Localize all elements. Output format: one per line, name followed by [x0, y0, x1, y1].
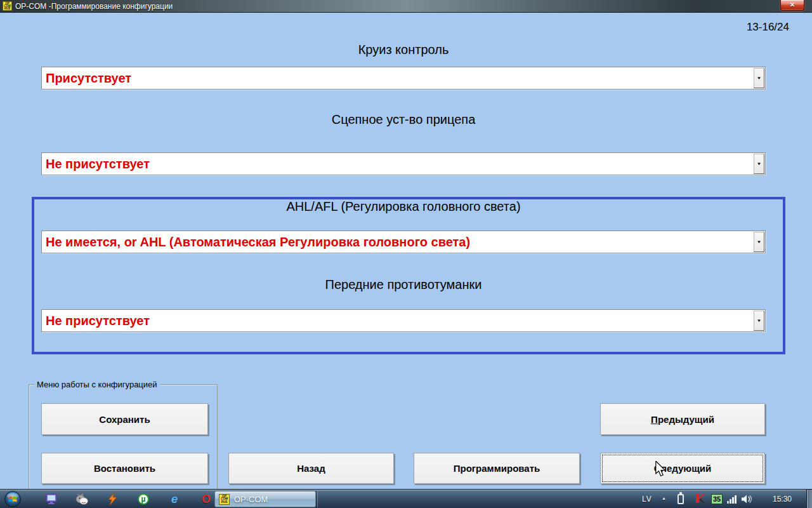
- combo-value: Не имеется, or AHL (Автоматическая Регул…: [46, 231, 470, 253]
- chevron-down-icon: ▼: [757, 76, 762, 81]
- combo-dropdown-button[interactable]: ▼: [754, 68, 764, 88]
- opcom-window: OP COM RUS OP-COM -Программирование конф…: [0, 0, 812, 508]
- opcom-app-icon: OP COM RUS: [3, 1, 12, 11]
- previous-hotkey: П: [651, 414, 658, 425]
- opcom-taskbar-label: OP-COM: [234, 495, 268, 504]
- show-desktop-button[interactable]: [806, 490, 812, 508]
- remote-desktop-icon[interactable]: [44, 493, 58, 505]
- tray-expand-icon[interactable]: ▲: [662, 496, 666, 500]
- taskbar: µ e O OP COM RUS OP-COM LV ▲ 35: [0, 489, 812, 508]
- combo-front-fog-lights[interactable]: Не присутствует ▼: [41, 309, 766, 332]
- combo-dropdown-button[interactable]: ▼: [754, 154, 764, 174]
- back-button[interactable]: Назад: [228, 453, 394, 484]
- field-label-front-fog-lights: Передние противотуманки: [41, 277, 766, 292]
- utorrent-icon[interactable]: µ: [136, 493, 150, 505]
- close-icon: ✕: [790, 2, 795, 8]
- field-label-cruise-control: Круиз контроль: [41, 43, 766, 57]
- combo-value: Присутствует: [46, 67, 131, 89]
- ie-glyph: e: [171, 492, 178, 506]
- taskbar-separator: [317, 491, 318, 507]
- title-bar: OP COM RUS OP-COM -Программирование конф…: [0, 0, 812, 13]
- combo-value: Не присутствует: [46, 310, 150, 331]
- clock[interactable]: 15:30: [773, 495, 792, 504]
- volume-icon[interactable]: [741, 494, 752, 504]
- chevron-down-icon: ▼: [757, 162, 762, 166]
- program-button[interactable]: Программировать: [414, 453, 580, 484]
- window-title: OP-COM -Программирование конфигурации: [15, 2, 173, 11]
- opcom-taskbar-button[interactable]: OP COM RUS OP-COM: [214, 491, 316, 507]
- opera-icon[interactable]: O: [199, 493, 213, 505]
- network-signal-icon[interactable]: [727, 495, 737, 504]
- internet-explorer-icon[interactable]: e: [167, 493, 181, 505]
- save-button[interactable]: Сохранить: [41, 403, 208, 435]
- groupbox-title: Меню работы с конфигурацией: [34, 380, 160, 389]
- chevron-down-icon: ▼: [757, 319, 762, 323]
- restore-button[interactable]: Востановить: [41, 453, 208, 484]
- app-icon-line: RUS: [219, 501, 229, 504]
- combo-cruise-control[interactable]: Присутствует ▼: [41, 67, 766, 90]
- opera-glyph: O: [202, 493, 211, 506]
- field-label-ahl-afl: AHL/AFL (Регулировка головного света): [41, 199, 766, 214]
- mouse-cursor-icon: [655, 461, 667, 478]
- utorrent-glyph: µ: [141, 495, 146, 503]
- field-label-trailer-hitch: Сцепное уст-во прицепа: [41, 112, 766, 127]
- combo-dropdown-button[interactable]: ▼: [754, 232, 764, 252]
- previous-label-rest: редыдущий: [658, 414, 714, 425]
- combo-value: Не присутствует: [46, 153, 150, 175]
- opcom-app-icon: OP COM RUS: [219, 494, 230, 505]
- language-indicator[interactable]: LV: [642, 495, 652, 504]
- app-icon-line: RUS: [3, 8, 11, 10]
- winamp-icon[interactable]: [106, 493, 120, 505]
- combo-dropdown-button[interactable]: ▼: [754, 311, 764, 331]
- previous-button[interactable]: Предыдущий: [600, 403, 765, 435]
- combo-ahl-afl[interactable]: Не имеется, or AHL (Автоматическая Регул…: [41, 231, 766, 253]
- start-button[interactable]: [4, 490, 22, 508]
- page-indicator: 13-16/24: [747, 21, 789, 34]
- chevron-down-icon: ▼: [757, 240, 762, 244]
- kaspersky-icon[interactable]: [695, 493, 705, 504]
- temperature-badge[interactable]: 35: [711, 494, 723, 504]
- emule-icon[interactable]: [75, 493, 89, 505]
- next-button[interactable]: Следующий: [600, 453, 765, 484]
- combo-trailer-hitch[interactable]: Не присутствует ▼: [41, 152, 766, 175]
- close-button[interactable]: ✕: [780, 0, 804, 11]
- client-area: 13-16/24 Круиз контроль Присутствует ▼ С…: [0, 13, 812, 489]
- battery-icon[interactable]: [678, 494, 684, 504]
